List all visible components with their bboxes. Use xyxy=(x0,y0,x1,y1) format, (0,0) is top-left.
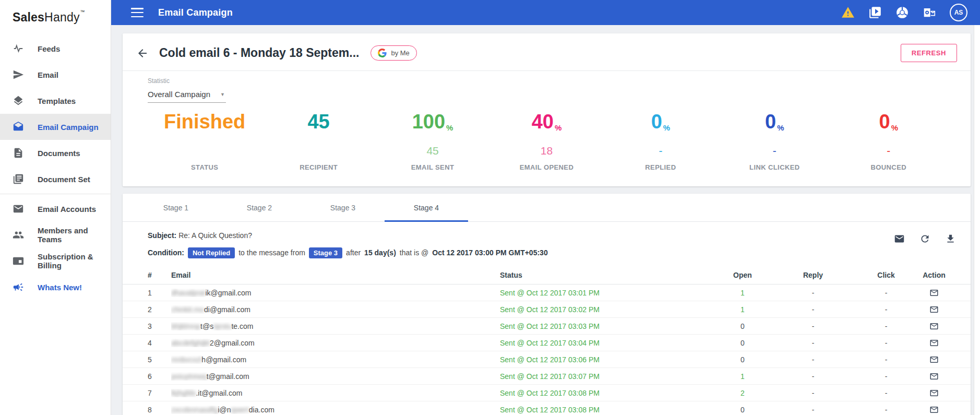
row-email: zxcvbnmasdfgi@nqwertdia.com xyxy=(171,406,500,414)
condition-days: 15 day(s) xyxy=(364,248,396,257)
stat-value-email-sent: 100% xyxy=(376,111,489,138)
sidebar-item-whats-new[interactable]: Whats New! xyxy=(0,274,111,300)
sidebar-item-label: Email Accounts xyxy=(38,205,96,214)
tab-stage-2[interactable]: Stage 2 xyxy=(218,194,301,221)
by-me-badge[interactable]: by Me xyxy=(371,45,416,61)
people-icon xyxy=(13,229,24,241)
email-part: ik@gmail.com xyxy=(205,289,251,297)
send-email-icon[interactable] xyxy=(929,288,939,298)
download-icon[interactable] xyxy=(945,233,956,244)
email-part: 2@gmail.com xyxy=(210,339,255,347)
row-action xyxy=(923,288,946,297)
avatar[interactable]: AS xyxy=(950,4,967,21)
row-click-count: - xyxy=(850,305,923,314)
stat-label-status: STATUS xyxy=(148,163,261,172)
row-open-count: 0 xyxy=(709,322,776,330)
stage-tabs: Stage 1Stage 2Stage 3Stage 4 xyxy=(123,194,971,222)
row-status: Sent @ Oct 12 2017 03:08 PM xyxy=(500,389,709,397)
stage-toolbar xyxy=(894,233,956,244)
stat-replied: 0%-REPLIED xyxy=(604,111,718,172)
table-row: 7lkjhgfds.it@gmail.comSent @ Oct 12 2017… xyxy=(123,385,971,401)
stat-subvalue-email-opened: 18 xyxy=(489,138,603,163)
row-number: 3 xyxy=(148,322,171,330)
stat-subvalue-replied: - xyxy=(604,138,718,163)
sidebar-item-documents[interactable]: Documents xyxy=(0,140,111,166)
table-row: 6poiuytrewqt@gmail.comSent @ Oct 12 2017… xyxy=(123,368,971,385)
sidebar-item-email-campaign[interactable]: Email Campaign xyxy=(0,114,111,140)
saleshandy-logo: SalesHandy™ xyxy=(0,0,111,32)
chrome-icon[interactable] xyxy=(895,6,909,19)
sidebar-nav: FeedsEmailTemplatesEmail CampaignDocumen… xyxy=(0,32,111,300)
send-email-icon[interactable] xyxy=(929,388,939,398)
stat-label-bounced: BOUNCED xyxy=(832,163,946,172)
email-redacted-part: bhjklmnp xyxy=(171,322,200,330)
tab-stage-3[interactable]: Stage 3 xyxy=(301,194,385,221)
condition-badge-stage: Stage 3 xyxy=(309,247,342,258)
send-email-icon[interactable] xyxy=(929,305,939,314)
tab-stage-1[interactable]: Stage 1 xyxy=(134,194,218,221)
menu-icon[interactable] xyxy=(131,8,144,17)
tab-stage-4[interactable]: Stage 4 xyxy=(385,194,468,221)
condition-badge-not-replied: Not Replied xyxy=(188,247,235,258)
by-me-label: by Me xyxy=(391,49,409,57)
row-email: mnbvcxzlh@gmail.com xyxy=(171,355,500,364)
refresh-icon[interactable] xyxy=(919,233,930,244)
campaign-title: Cold email 6 - Monday 18 Septem... xyxy=(159,46,359,60)
row-number: 7 xyxy=(148,389,171,397)
send-email-icon[interactable] xyxy=(929,372,939,381)
refresh-button[interactable]: REFRESH xyxy=(901,44,957,62)
sidebar-item-label: Whats New! xyxy=(38,283,82,292)
subject-label: Subject: xyxy=(148,231,176,240)
row-status: Sent @ Oct 12 2017 03:03 PM xyxy=(500,322,709,330)
topbar-title: Email Campaign xyxy=(158,7,233,18)
condition-datetime: Oct 12 2017 03:00 PM GMT+05:30 xyxy=(432,248,547,257)
sidebar-item-subscription-billing[interactable]: Subscription & Billing xyxy=(0,248,111,274)
table-row: 5mnbvcxzlh@gmail.comSent @ Oct 12 2017 0… xyxy=(123,351,971,368)
row-email: lkjhgfds.it@gmail.com xyxy=(171,389,500,397)
stat-subvalue-link-clicked: - xyxy=(718,138,831,163)
email-part: h@gmail.com xyxy=(201,355,246,364)
document-set-icon xyxy=(13,173,24,185)
row-action xyxy=(923,371,946,381)
row-click-count: - xyxy=(850,339,923,347)
sidebar-item-email-accounts[interactable]: Email Accounts xyxy=(0,196,111,222)
row-number: 2 xyxy=(148,305,171,314)
send-email-icon[interactable] xyxy=(929,338,939,348)
sidebar-item-members-and-teams[interactable]: Members and Teams xyxy=(0,222,111,248)
statistic-dropdown[interactable]: Overall Campaign ▼ xyxy=(148,86,226,103)
send-email-icon[interactable] xyxy=(929,405,939,414)
email-redacted-part: chinkit.mo xyxy=(171,305,204,314)
stat-number: Finished xyxy=(164,111,245,133)
sidebar-item-feeds[interactable]: Feeds xyxy=(0,35,111,62)
logo-text-bold: Sales xyxy=(13,10,44,25)
stat-number: 0 xyxy=(651,111,662,133)
row-status: Sent @ Oct 12 2017 03:02 PM xyxy=(500,305,709,314)
header-reply: Reply xyxy=(776,271,850,279)
mail-icon[interactable] xyxy=(894,233,905,244)
google-icon xyxy=(378,49,387,57)
send-email-icon[interactable] xyxy=(929,355,939,364)
stat-bounced: 0%-BOUNCED xyxy=(832,111,946,172)
sidebar-item-templates[interactable]: Templates xyxy=(0,88,111,114)
email-part: t@gmail.com xyxy=(207,372,249,381)
row-open-count: 1 xyxy=(709,289,776,297)
send-email-icon[interactable] xyxy=(929,322,939,331)
video-library-icon[interactable] xyxy=(868,6,882,19)
sidebar-item-label: Templates xyxy=(38,97,76,105)
scrollbar[interactable] xyxy=(974,25,980,415)
back-arrow-icon[interactable] xyxy=(136,47,149,60)
main-content: Cold email 6 - Monday 18 Septem... by Me… xyxy=(111,25,974,415)
envelope-icon xyxy=(13,203,24,215)
warning-icon[interactable] xyxy=(841,6,855,19)
row-email: abcdefghijkl2@gmail.com xyxy=(171,339,500,347)
condition-line: Condition: Not Replied to the message fr… xyxy=(148,247,946,258)
sidebar-item-email[interactable]: Email xyxy=(0,62,111,88)
header-open: Open xyxy=(709,271,776,279)
campaign-stats: Statistic Overall Campaign ▼ FinishedSTA… xyxy=(123,71,971,186)
topbar: Email Campaign xyxy=(111,0,980,25)
stat-percent-sign: % xyxy=(663,124,670,133)
row-reply-count: - xyxy=(776,355,850,364)
outlook-icon[interactable] xyxy=(923,6,936,19)
sidebar-item-document-set[interactable]: Document Set xyxy=(0,166,111,192)
table-row: 3bhjklmnpt@siqrstute.comSent @ Oct 12 20… xyxy=(123,318,971,335)
